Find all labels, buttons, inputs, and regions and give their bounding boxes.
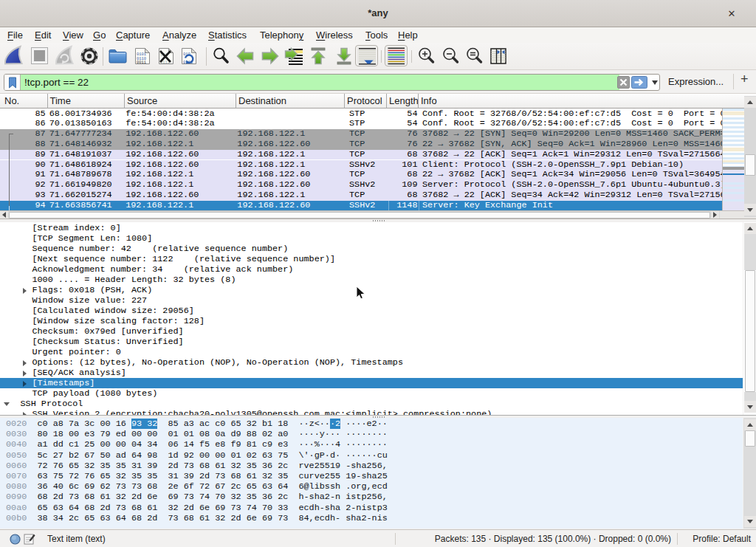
svg-text:0011: 0011 xyxy=(137,61,146,65)
